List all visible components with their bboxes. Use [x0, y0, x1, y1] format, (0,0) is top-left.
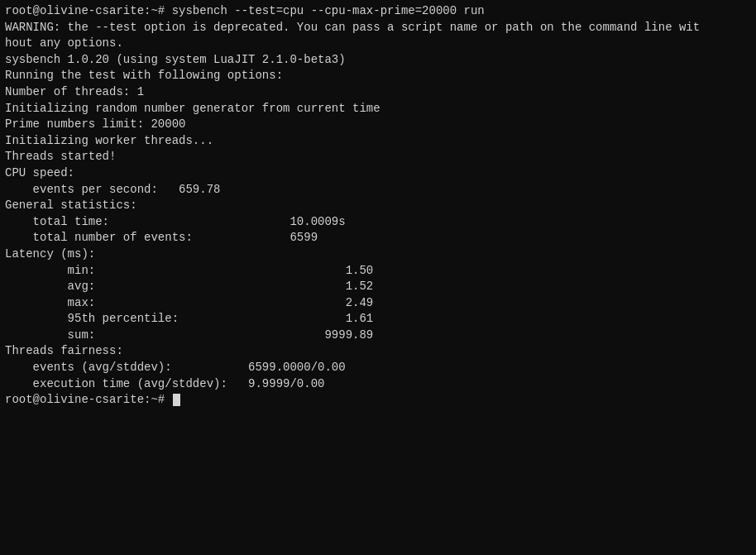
terminal-line-general-stats-line: General statistics: — [5, 198, 751, 214]
terminal-line-fairness-line: Threads fairness: — [5, 343, 751, 360]
terminal-line-running-line: Running the test with following options: — [5, 68, 751, 84]
terminal-line-hout-line: hout any options. — [5, 36, 751, 52]
terminal-line-prime-line: Prime numbers limit: 20000 — [5, 117, 751, 133]
terminal-line-version-line: sysbench 1.0.20 (using system LuaJIT 2.1… — [5, 52, 751, 69]
terminal-line-min-line: min: 1.50 — [5, 263, 751, 280]
terminal-line-avg-line: avg: 1.52 — [5, 279, 751, 295]
terminal-line-worker-line: Initializing worker threads... — [5, 133, 751, 150]
terminal-line-eps-line: events per second: 659.78 — [5, 182, 751, 199]
terminal-line-latency-line: Latency (ms): — [5, 246, 751, 263]
terminal-output: root@olivine-csarite:~# sysbench --test=… — [5, 3, 751, 409]
terminal-line-prompt-line: root@olivine-csarite:~# — [5, 392, 751, 409]
terminal-cursor — [173, 394, 180, 406]
terminal-line-max-line: max: 2.49 — [5, 295, 751, 312]
terminal-line-events-avg-line: events (avg/stddev): 6599.0000/0.00 — [5, 360, 751, 376]
terminal-line-exec-time-line: execution time (avg/stddev): 9.9999/0.00 — [5, 376, 751, 393]
terminal-line-warning-line: WARNING: the --test option is deprecated… — [5, 20, 751, 36]
terminal-line-started-line: Threads started! — [5, 149, 751, 165]
terminal-line-total-time-line: total time: 10.0009s — [5, 214, 751, 231]
terminal-line-rng-line: Initializing random number generator fro… — [5, 101, 751, 117]
terminal-line-total-events-line: total number of events: 6599 — [5, 230, 751, 246]
terminal-line-p95-line: 95th percentile: 1.61 — [5, 311, 751, 328]
terminal-line-cmd-line: root@olivine-csarite:~# sysbench --test=… — [5, 3, 751, 20]
terminal-line-cpu-speed-line: CPU speed: — [5, 165, 751, 182]
terminal-line-sum-line: sum: 9999.89 — [5, 328, 751, 344]
terminal-window[interactable]: root@olivine-csarite:~# sysbench --test=… — [0, 0, 756, 555]
terminal-line-threads-line: Number of threads: 1 — [5, 84, 751, 101]
